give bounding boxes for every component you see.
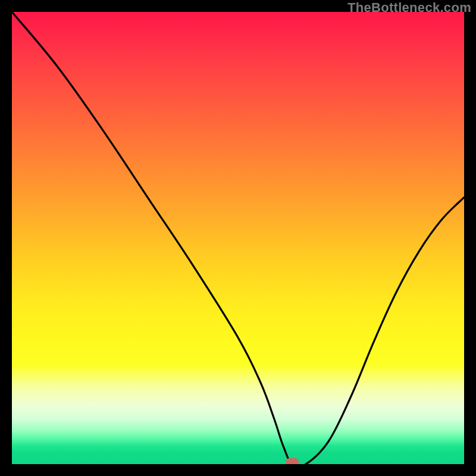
bottleneck-curve [12, 12, 464, 464]
curve-layer [12, 12, 464, 464]
watermark-text: TheBottleneck.com [347, 0, 471, 15]
figure-frame: TheBottleneck.com [0, 0, 476, 476]
optimal-point-marker [286, 458, 299, 464]
plot-area [12, 12, 464, 464]
